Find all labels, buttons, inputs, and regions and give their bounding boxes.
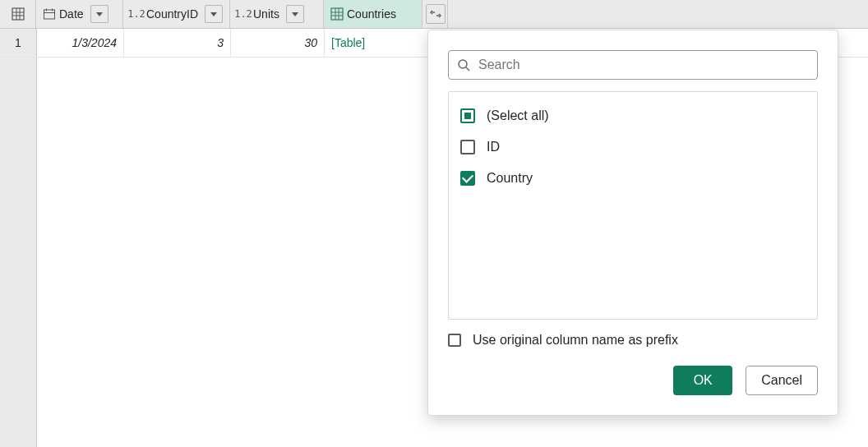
use-prefix-label: Use original column name as prefix [473, 333, 678, 348]
chevron-down-icon [292, 12, 298, 16]
column-header-countryid[interactable]: 1.2 CountryID [123, 0, 230, 28]
number-type-icon: 1.2 [128, 8, 145, 20]
ok-button[interactable]: OK [673, 366, 732, 395]
expand-column-cell [422, 0, 448, 28]
calendar-icon [41, 7, 58, 21]
column-filter-button[interactable] [205, 5, 223, 23]
column-header-countries[interactable]: Countries [324, 0, 422, 28]
option-country[interactable]: Country [460, 163, 806, 194]
option-label: (Select all) [487, 108, 549, 123]
cell-units[interactable]: 30 [231, 29, 325, 57]
table-icon [10, 7, 26, 21]
chevron-down-icon [96, 12, 103, 16]
cell-date[interactable]: 1/3/2024 [37, 29, 124, 57]
cell-countryid[interactable]: 3 [124, 29, 231, 57]
option-label: Country [487, 171, 533, 186]
search-icon [457, 58, 470, 71]
column-filter-button[interactable] [286, 5, 304, 23]
svg-rect-9 [331, 8, 343, 20]
checkbox-indeterminate-icon[interactable] [460, 108, 475, 123]
column-filter-button[interactable] [90, 5, 108, 23]
columns-list: (Select all) ID Country [448, 91, 818, 320]
option-label: ID [487, 140, 500, 154]
expand-column-button[interactable] [426, 4, 446, 24]
column-header-date[interactable]: Date [36, 0, 123, 28]
search-input[interactable] [477, 57, 809, 73]
search-box[interactable] [448, 50, 818, 80]
column-label: CountryID [145, 7, 201, 21]
svg-rect-5 [44, 10, 55, 19]
checkbox-unchecked-icon[interactable] [460, 140, 475, 154]
table-icon [329, 7, 345, 21]
row-gutter [0, 56, 37, 447]
use-prefix-row[interactable]: Use original column name as prefix [448, 333, 818, 348]
popup-button-row: OK Cancel [448, 366, 818, 395]
option-select-all[interactable]: (Select all) [460, 100, 806, 131]
svg-rect-0 [12, 8, 24, 20]
svg-point-16 [459, 60, 467, 68]
select-all-corner[interactable] [0, 0, 36, 28]
checkbox-unchecked-icon[interactable] [448, 334, 461, 347]
cell-countries-table-link[interactable]: [Table] [325, 29, 443, 57]
column-label: Countries [345, 7, 399, 21]
cancel-button[interactable]: Cancel [746, 366, 818, 395]
column-label: Units [252, 7, 283, 21]
chevron-down-icon [210, 12, 217, 16]
column-header-row: Date 1.2 CountryID 1.2 Units Countries [0, 0, 868, 29]
option-id[interactable]: ID [460, 131, 806, 163]
row-number[interactable]: 1 [0, 29, 37, 57]
svg-line-17 [466, 67, 469, 71]
number-type-icon: 1.2 [235, 8, 252, 20]
expand-icon [430, 9, 441, 19]
column-header-units[interactable]: 1.2 Units [230, 0, 324, 28]
expand-columns-popup: (Select all) ID Country Use original col… [427, 30, 838, 416]
column-label: Date [58, 7, 87, 21]
checkbox-checked-icon[interactable] [460, 171, 475, 186]
